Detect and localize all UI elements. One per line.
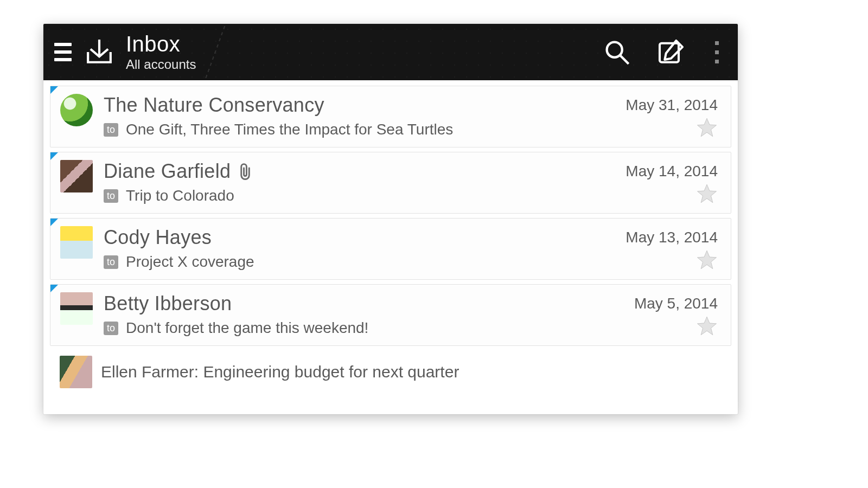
message-subject: One Gift, Three Times the Impact for Sea… — [126, 121, 453, 138]
avatar — [60, 292, 93, 325]
email-app-window: Inbox All accounts The Nature Conservanc… — [43, 24, 738, 414]
message-row[interactable]: Diane Garfield May 14, 2014 to Trip to C… — [50, 152, 731, 214]
sender-name: Diane Garfield — [104, 160, 621, 183]
subject-line: to Don't forget the game this weekend! — [104, 319, 630, 337]
message-row[interactable]: Cody Hayes May 13, 2014 to Project X cov… — [50, 218, 731, 280]
inbox-icon[interactable] — [85, 37, 114, 67]
avatar — [60, 94, 93, 126]
star-button[interactable] — [696, 315, 718, 337]
account-subtitle: All accounts — [126, 57, 196, 71]
star-button[interactable] — [696, 117, 718, 138]
star-button[interactable] — [696, 183, 718, 204]
star-button[interactable] — [696, 249, 718, 271]
unread-indicator-icon — [50, 152, 58, 160]
sender-name: Cody Hayes — [104, 226, 621, 249]
to-badge: to — [104, 322, 118, 335]
message-date: May 5, 2014 — [634, 295, 718, 312]
message-subject: Trip to Colorado — [126, 187, 234, 204]
to-badge: to — [104, 255, 118, 269]
unread-indicator-icon — [50, 285, 58, 292]
subject-line: to Project X coverage — [104, 253, 621, 271]
to-badge: to — [104, 189, 118, 203]
message-date: May 14, 2014 — [626, 163, 718, 180]
overflow-menu-button[interactable] — [709, 41, 725, 63]
header-titles: Inbox All accounts — [126, 33, 196, 71]
message-subject: Don't forget the game this weekend! — [126, 319, 368, 337]
message-row[interactable]: The Nature Conservancy May 31, 2014 to O… — [50, 86, 731, 147]
sender-name: Betty Ibberson — [104, 292, 630, 315]
message-subject: Project X coverage — [126, 253, 254, 271]
avatar — [60, 160, 93, 192]
compose-button[interactable] — [652, 33, 690, 71]
message-row[interactable]: Betty Ibberson May 5, 2014 to Don't forg… — [50, 284, 731, 346]
attachment-icon — [237, 162, 253, 181]
avatar — [60, 226, 93, 259]
message-date: May 13, 2014 — [626, 229, 718, 246]
avatar — [60, 356, 92, 388]
message-list: The Nature Conservancy May 31, 2014 to O… — [43, 80, 738, 346]
app-header: Inbox All accounts — [43, 24, 738, 80]
sender-name: The Nature Conservancy — [104, 94, 621, 117]
menu-button[interactable] — [54, 43, 74, 61]
search-button[interactable] — [598, 33, 636, 71]
unread-indicator-icon — [50, 86, 58, 94]
svg-point-1 — [607, 42, 622, 57]
subject-line: to Trip to Colorado — [104, 187, 621, 204]
svg-line-2 — [621, 56, 629, 64]
message-date: May 31, 2014 — [626, 97, 718, 114]
message-preview: Ellen Farmer: Engineering budget for nex… — [101, 363, 459, 381]
unread-indicator-icon — [50, 219, 58, 226]
subject-line: to One Gift, Three Times the Impact for … — [104, 121, 621, 138]
message-row-partial[interactable]: Ellen Farmer: Engineering budget for nex… — [43, 350, 738, 388]
folder-title: Inbox — [126, 33, 196, 55]
to-badge: to — [104, 123, 118, 137]
